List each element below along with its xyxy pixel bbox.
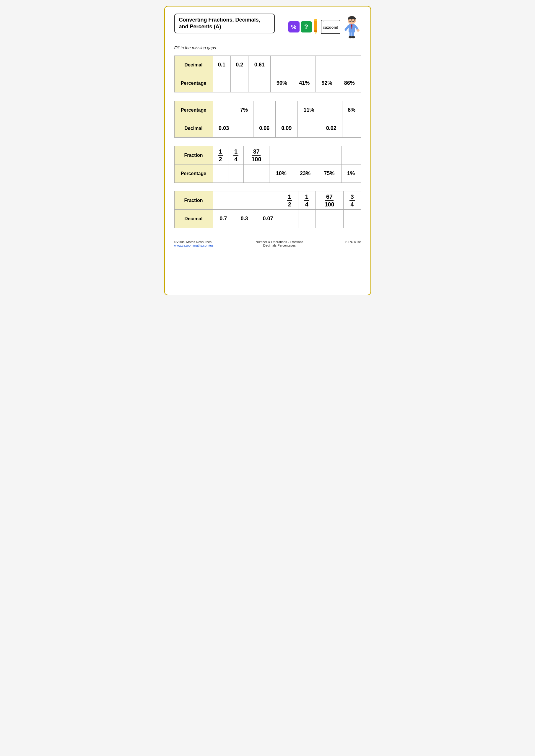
- table3-grid: Fraction 1 2 1 4 37 100: [174, 146, 361, 183]
- table-cell: 0.2: [230, 56, 248, 74]
- svg-rect-0: [314, 19, 317, 32]
- table-cell: [235, 119, 253, 138]
- table-row: Percentage 10% 23% 75% 1%: [174, 165, 361, 183]
- table-cell-fraction: 1 2: [213, 146, 228, 165]
- svg-marker-2: [314, 32, 317, 35]
- table-cell: 86%: [338, 74, 361, 93]
- footer-left: ©Visual Maths Resources www.cazoommaths.…: [174, 240, 213, 247]
- label-decimal2: Decimal: [174, 119, 213, 138]
- table-cell: [281, 210, 298, 228]
- table-cell: [213, 165, 228, 183]
- table-cell: 10%: [269, 165, 293, 183]
- table-cell-fraction: 3 4: [344, 191, 361, 210]
- table1-grid: Decimal 0.1 0.2 0.61 Percentage 90% 41% …: [174, 56, 361, 93]
- fraction-37-100: 37 100: [250, 148, 262, 163]
- footer-url[interactable]: www.cazoommaths.com/us: [174, 244, 213, 247]
- table4-grid: Fraction 1 2 1 4: [174, 191, 361, 228]
- table-cell: [293, 146, 317, 165]
- table-cell-fraction: 1 4: [228, 146, 243, 165]
- table-cell: [253, 101, 275, 119]
- question-icon: ?: [301, 21, 312, 33]
- table-cell: 75%: [317, 165, 341, 183]
- table-cell: 0.06: [253, 119, 275, 138]
- svg-text:cazoom!: cazoom!: [323, 25, 338, 30]
- footer-standard: 6.RP.A.3c: [345, 240, 361, 247]
- table-cell: [230, 74, 248, 93]
- table-cell: 0.02: [320, 119, 342, 138]
- label-decimal: Decimal: [174, 56, 213, 74]
- label-fraction3: Fraction: [174, 146, 213, 165]
- table-cell: [341, 146, 361, 165]
- character-icon: [343, 14, 361, 40]
- table-cell: 41%: [293, 74, 316, 93]
- table-cell: [213, 191, 234, 210]
- label-percentage2: Percentage: [174, 101, 213, 119]
- title-box: Converting Fractions, Decimals, and Perc…: [174, 14, 275, 33]
- table2-grid: Percentage 7% 11% 8% Decimal 0.03 0.06 0…: [174, 101, 361, 138]
- footer-center-line1: Number & Operations - Fractions: [256, 240, 303, 244]
- table-cell: 0.07: [255, 210, 281, 228]
- table1: Decimal 0.1 0.2 0.61 Percentage 90% 41% …: [174, 56, 361, 93]
- percent-icon: %: [288, 21, 299, 33]
- footer-center-line2: Decimals Percentages: [256, 244, 303, 247]
- header-right: % ? cazoom!: [288, 14, 361, 40]
- table-row: Decimal 0.03 0.06 0.09 0.02: [174, 119, 361, 138]
- label-fraction4: Fraction: [174, 191, 213, 210]
- table-cell: 0.7: [213, 210, 234, 228]
- table-row: Decimal 0.7 0.3 0.07: [174, 210, 361, 228]
- fraction-1-2: 1 2: [218, 148, 223, 163]
- cazoom-logo: cazoom!: [321, 20, 340, 34]
- table-cell: 0.09: [275, 119, 297, 138]
- table-cell: [270, 56, 293, 74]
- table-cell: [297, 119, 320, 138]
- table-cell: 0.61: [248, 56, 270, 74]
- table-row: Fraction 1 2 1 4 37 100: [174, 146, 361, 165]
- label-percentage3: Percentage: [174, 165, 213, 183]
- table-cell: [298, 210, 315, 228]
- table-cell: 1%: [341, 165, 361, 183]
- svg-point-17: [352, 36, 355, 39]
- table-cell: [317, 146, 341, 165]
- fraction-1-2-t4: 1 2: [287, 193, 292, 208]
- table-row: Percentage 90% 41% 92% 86%: [174, 74, 361, 93]
- label-percentage: Percentage: [174, 74, 213, 93]
- table-cell: 90%: [270, 74, 293, 93]
- fraction-1-4: 1 4: [233, 148, 239, 163]
- table-cell: [342, 119, 361, 138]
- label-decimal4: Decimal: [174, 210, 213, 228]
- svg-line-18: [346, 26, 349, 30]
- table-cell: 23%: [293, 165, 317, 183]
- table-cell-fraction: 1 4: [298, 191, 315, 210]
- fraction-1-4-t4: 1 4: [304, 193, 309, 208]
- table-row: Fraction 1 2 1 4: [174, 191, 361, 210]
- table-cell: 92%: [316, 74, 338, 93]
- footer-copyright: ©Visual Maths Resources: [174, 240, 213, 244]
- table-cell: 0.3: [234, 210, 255, 228]
- table-row: Decimal 0.1 0.2 0.61: [174, 56, 361, 74]
- icons-row: % ? cazoom!: [288, 19, 340, 35]
- table-cell: 7%: [235, 101, 253, 119]
- table-cell: [213, 101, 235, 119]
- svg-line-19: [355, 26, 358, 30]
- footer-center: Number & Operations - Fractions Decimals…: [256, 240, 303, 247]
- fraction-3-4: 3 4: [350, 193, 354, 208]
- table-cell: [213, 74, 230, 93]
- table-cell: [244, 165, 269, 183]
- table-cell: 8%: [342, 101, 361, 119]
- svg-rect-3: [314, 30, 317, 32]
- table-cell: 0.03: [213, 119, 235, 138]
- page: Converting Fractions, Decimals, and Perc…: [164, 6, 371, 295]
- table-cell: [344, 210, 361, 228]
- table-cell: [320, 101, 342, 119]
- table-cell-fraction: 1 2: [281, 191, 298, 210]
- table-cell: [338, 56, 361, 74]
- table-cell: [315, 210, 344, 228]
- table-cell: [275, 101, 297, 119]
- table4: Fraction 1 2 1 4: [174, 191, 361, 228]
- table-cell: 0.1: [213, 56, 230, 74]
- table-cell: 11%: [297, 101, 320, 119]
- table-cell: [248, 74, 270, 93]
- table3: Fraction 1 2 1 4 37 100: [174, 146, 361, 183]
- instruction-text: Fill in the missing gaps.: [174, 45, 361, 50]
- table-cell: [255, 191, 281, 210]
